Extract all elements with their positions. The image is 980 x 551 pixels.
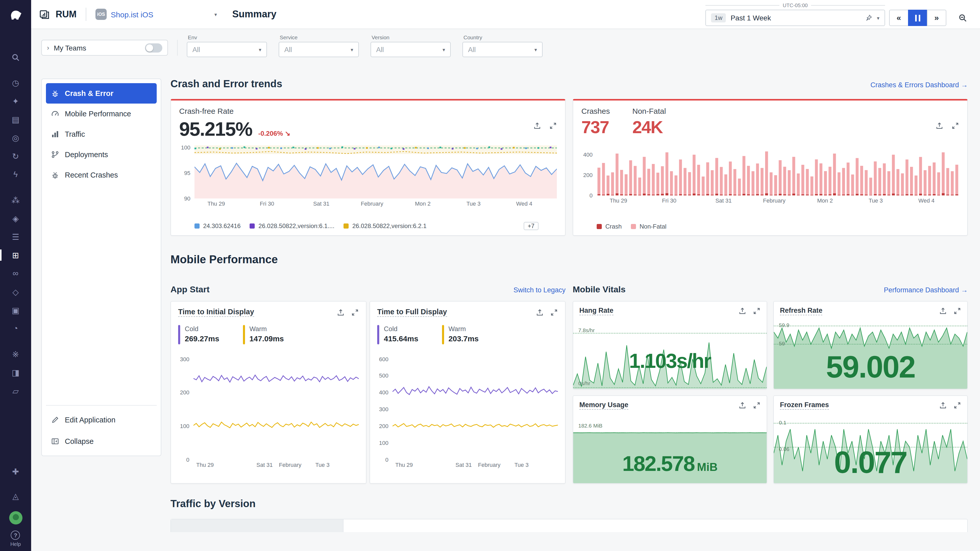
notebooks-icon[interactable]: ▱ [0,382,31,400]
crashes-errors-dashboard-link[interactable]: Crashes & Errors Dashboard → [870,81,968,89]
my-teams-control[interactable]: › My Teams [41,40,168,56]
version-filter-select[interactable]: All ▾ [371,42,451,57]
frozen-frames-value: 0.077 [774,445,967,480]
country-filter-label: Country [463,34,542,40]
bug-icon [51,89,59,97]
search-icon[interactable] [0,48,31,66]
performance-row: App Start Switch to Legacy Time to Initi… [170,273,968,484]
refresh-rate-mid-label: 59 [779,340,785,346]
expand-icon[interactable] [953,307,961,315]
x-axis: Thu 29Fri 30Sat 31FebruaryMon 2Tue 3Wed … [194,198,557,208]
databases-icon[interactable]: ▣ [0,301,31,319]
legend-more-badge[interactable]: +7 [524,222,538,230]
user-avatar[interactable] [9,511,22,524]
forward-button[interactable]: » [927,10,946,26]
synthetics-icon[interactable]: ↻ [0,147,31,165]
app-start-header: App Start Switch to Legacy [170,285,566,295]
logs-icon[interactable]: ☰ [0,227,31,246]
export-icon[interactable] [536,308,544,316]
service-filter-select[interactable]: All ▾ [279,42,359,57]
export-icon[interactable] [935,122,943,130]
rewind-button[interactable]: « [889,10,908,26]
service-filter: Service All ▾ [279,34,359,57]
env-filter-select[interactable]: All ▾ [187,42,267,57]
legend-item[interactable]: 24.303.62416 [194,222,241,230]
tfd-plot [393,356,558,460]
application-selector[interactable]: iOS Shop.ist iOS ▾ [95,9,217,20]
legend-item[interactable]: 26.028.50822,version:6.2.1 [344,222,426,230]
legend-item[interactable]: Crash [597,223,622,230]
chevron-right-icon: › [47,44,49,52]
export-icon[interactable] [337,308,345,316]
crash-free-rate-chart[interactable]: 1009590Thu 29Fri 30Sat 31FebruaryMon 2Tu… [179,145,557,208]
tfd-chart[interactable]: 6005004003002001000Thu 29Sat 31FebruaryT… [377,356,558,469]
expand-icon[interactable] [351,308,359,316]
frozen-frames-max-label: 0.1 [779,419,786,426]
tid-chart[interactable]: 3002001000Thu 29Sat 31FebruaryTue 3 [178,356,359,469]
edit-application-button[interactable]: Edit Application [46,410,157,430]
hang-rate-min-label: 0s/hr [578,380,590,386]
export-icon[interactable] [738,402,746,409]
sidenav-item-mobile-performance[interactable]: Mobile Performance [46,103,157,124]
switch-to-legacy-link[interactable]: Switch to Legacy [514,286,566,294]
datadog-logo-icon[interactable] [7,5,24,25]
sidenav-item-recent-crashes[interactable]: Recent Crashes [46,165,157,185]
rail-bottom: ✚ ◬ ? Help [9,462,22,551]
rum-product-icon[interactable]: ⊞ [0,246,31,264]
page: RUM iOS Shop.ist iOS ▾ Summary UTC-05:00… [31,0,980,551]
export-icon[interactable] [738,307,746,315]
range-badge: 1w [711,13,726,22]
pause-button[interactable] [908,10,928,26]
watchdog-icon[interactable]: ✦ [0,92,31,110]
monitors-icon[interactable]: ◎ [0,129,31,147]
packages-icon[interactable]: ◇ [0,283,31,301]
crashes-chart[interactable]: 4002000Thu 29Fri 30Sat 31FebruaryMon 2Tu… [581,142,959,205]
my-teams-toggle[interactable] [145,43,162,52]
expand-icon[interactable] [951,122,959,130]
sidenav-item-traffic[interactable]: Traffic [46,124,157,144]
history-icon[interactable]: ◷ [0,73,31,92]
legend-item[interactable]: Non-Fatal [631,223,667,230]
sidenav-item-crash-error[interactable]: Crash & Error [46,83,157,103]
performance-icon[interactable]: ◔ [0,319,31,338]
network-icon[interactable]: ⁂ [0,191,31,209]
integrations-icon[interactable]: ✚ [9,462,22,481]
zoom-out-icon[interactable] [955,10,971,26]
sidenav-item-deployments[interactable]: Deployments [46,144,157,165]
ci-icon[interactable]: ∞ [0,264,31,283]
collapse-button[interactable]: Collapse [46,431,157,451]
sidenav-footer: Edit Application Collapse [46,405,157,451]
timezone-label[interactable]: UTC-05:00 [779,3,811,8]
expand-icon[interactable] [550,308,558,316]
export-icon[interactable] [939,307,947,315]
events-icon[interactable]: ϟ [0,165,31,184]
memory-usage-number: 182.578 [622,451,694,475]
dashboards-icon[interactable]: ◨ [0,363,31,382]
security-icon[interactable]: ◈ [0,209,31,227]
country-filter-value: All [468,46,476,53]
country-filter-select[interactable]: All ▾ [463,42,542,57]
expand-icon[interactable] [549,122,557,130]
metrics-icon[interactable]: ▤ [0,110,31,129]
pin-icon[interactable] [865,14,872,21]
chevron-down-icon: ▾ [215,11,217,17]
performance-dashboard-link[interactable]: Performance Dashboard → [884,286,968,294]
warm-label: Warm [449,325,479,333]
notifications-bell-icon[interactable]: ◬ [9,487,22,505]
app-start-column: App Start Switch to Legacy Time to Initi… [170,273,566,484]
chevron-down-icon: ▾ [442,47,445,52]
traffic-header: Traffic by Version [170,498,968,510]
expand-icon[interactable] [953,402,961,409]
traffic-by-version-title: Traffic by Version [170,498,256,510]
legend-item[interactable]: 26.028.50822,version:6.1.... [250,222,334,230]
expand-icon[interactable] [753,402,760,409]
help-button[interactable]: ? Help [10,530,21,547]
error-tracking-icon[interactable]: ※ [0,345,31,363]
warm-stat: Warm 147.09ms [243,325,284,345]
time-range-picker[interactable]: 1w Past 1 Week ▾ [705,10,885,26]
crashes-stat: Crashes 737 [581,106,610,137]
export-icon[interactable] [939,402,947,409]
export-icon[interactable] [533,122,541,130]
legend-label: 26.028.50822,version:6.1.... [259,222,334,230]
expand-icon[interactable] [753,307,760,315]
